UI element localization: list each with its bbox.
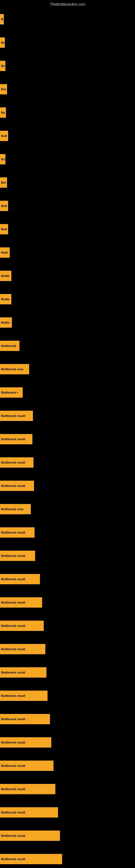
bar-label-27: Bottleneck result [1, 648, 25, 651]
bar-label-29: Bottleneck result [1, 694, 25, 698]
bar-row: Bottle [0, 311, 135, 334]
bar-row: Bot [0, 78, 135, 101]
bar-23: Bottleneck result [0, 551, 35, 561]
bar-label-36: Bottleneck result [1, 858, 25, 861]
bar-5: Bott [0, 131, 8, 141]
bar-row: Bottleneck resu [0, 497, 135, 521]
bar-row: Bottleneck result [0, 684, 135, 707]
bar-10: Bottl [0, 247, 10, 258]
bar-label-14: Bottleneck [1, 344, 16, 347]
bar-row: Bo [0, 54, 135, 78]
bar-row: Bottleneck result [0, 567, 135, 591]
bar-label-32: Bottleneck result [1, 764, 25, 767]
bar-9: Bott [0, 224, 8, 235]
bar-label-5: Bott [1, 134, 7, 137]
bar-row: Bottleneck result [0, 731, 135, 754]
bar-18: Bottleneck result [0, 434, 32, 444]
bar-label-20: Bottleneck result [1, 484, 25, 488]
bar-32: Bottleneck result [0, 761, 53, 771]
bar-label-4: Bo [1, 111, 5, 114]
bar-row: Bottleneck result [0, 707, 135, 731]
bars-container: BBoBoBotBoBottBoBotBottBottBottlBottleBo… [0, 8, 135, 868]
bar-row: Bottleneck result [0, 474, 135, 497]
bar-row: Bottleneck result [0, 521, 135, 544]
bar-label-2: Bo [1, 64, 5, 67]
bar-21: Bottleneck resu [0, 504, 31, 514]
bar-3: Bot [0, 84, 7, 94]
bar-label-12: Bottle [1, 298, 9, 301]
bar-30: Bottleneck result [0, 714, 50, 724]
bar-label-3: Bot [1, 88, 6, 91]
bar-4: Bo [0, 107, 6, 118]
bar-label-11: Bottle [1, 274, 9, 278]
bar-33: Bottleneck result [0, 784, 55, 794]
bar-29: Bottleneck result [0, 691, 48, 701]
bar-row: Bottle [0, 287, 135, 311]
bar-12: Bottle [0, 294, 11, 304]
bar-label-19: Bottleneck result [1, 461, 25, 464]
bar-row: Bottleneck result [0, 824, 135, 847]
bar-label-21: Bottleneck resu [1, 507, 24, 511]
bar-20: Bottleneck result [0, 480, 34, 491]
bar-row: Bottleneck result [0, 801, 135, 824]
bar-label-34: Bottleneck result [1, 811, 25, 814]
bar-19: Bottleneck result [0, 457, 34, 468]
bar-row: Bottleneck result [0, 754, 135, 777]
bar-36: Bottleneck result [0, 854, 62, 864]
bar-34: Bottleneck result [0, 807, 58, 817]
bar-label-28: Bottleneck result [1, 671, 25, 674]
bar-row: Bottleneck resu [0, 358, 135, 381]
bar-label-18: Bottleneck result [1, 437, 25, 441]
bar-label-1: Bo [1, 41, 5, 44]
bar-row: Bottleneck result [0, 544, 135, 567]
bar-row: Bottl [0, 241, 135, 264]
bar-label-31: Bottleneck result [1, 741, 25, 744]
bar-label-26: Bottleneck result [1, 624, 25, 627]
bar-row: Bo [0, 31, 135, 54]
bar-17: Bottleneck result [0, 411, 33, 421]
bar-13: Bottle [0, 317, 12, 328]
bar-row: Bottle [0, 264, 135, 287]
bar-row: Bo [0, 148, 135, 171]
bar-24: Bottleneck result [0, 574, 40, 584]
bar-8: Bott [0, 201, 8, 211]
site-title: TheBottlenecker.com [0, 0, 135, 8]
bar-11: Bottle [0, 271, 11, 281]
bar-28: Bottleneck result [0, 667, 46, 678]
bar-row: Bottleneck result [0, 777, 135, 801]
bar-label-9: Bott [1, 227, 7, 231]
bar-row: Bottleneck result [0, 614, 135, 638]
bar-row: Bott [0, 218, 135, 241]
bar-label-33: Bottleneck result [1, 787, 25, 791]
bar-label-24: Bottleneck result [1, 578, 25, 581]
bar-14: Bottleneck [0, 341, 19, 351]
bar-row: Bottleneck result [0, 428, 135, 451]
bar-row: Bottleneck r [0, 381, 135, 404]
bar-label-8: Bott [1, 204, 7, 208]
bar-27: Bottleneck result [0, 644, 45, 654]
bar-label-25: Bottleneck result [1, 601, 25, 604]
bar-row: Bo [0, 101, 135, 124]
bar-row: Bottleneck result [0, 404, 135, 428]
bar-2: Bo [0, 61, 5, 71]
bar-row: Bott [0, 194, 135, 218]
bar-31: Bottleneck result [0, 737, 51, 748]
bar-1: Bo [0, 37, 5, 48]
bar-label-15: Bottleneck resu [1, 368, 24, 371]
bar-label-7: Bot [1, 181, 6, 184]
bar-label-0: B [1, 18, 3, 21]
bar-label-17: Bottleneck result [1, 414, 25, 417]
bar-label-35: Bottleneck result [1, 834, 25, 837]
bar-row: B [0, 8, 135, 31]
bar-label-30: Bottleneck result [1, 717, 25, 721]
bar-label-23: Bottleneck result [1, 554, 25, 557]
bar-35: Bottleneck result [0, 831, 60, 841]
bar-25: Bottleneck result [0, 597, 42, 608]
bar-label-13: Bottle [1, 321, 9, 324]
bar-22: Bottleneck result [0, 527, 35, 538]
bar-row: Bottleneck result [0, 661, 135, 684]
bar-row: Bottleneck [0, 334, 135, 358]
bar-26: Bottleneck result [0, 621, 44, 631]
bar-row: Bottleneck result [0, 591, 135, 614]
bar-15: Bottleneck resu [0, 364, 29, 374]
